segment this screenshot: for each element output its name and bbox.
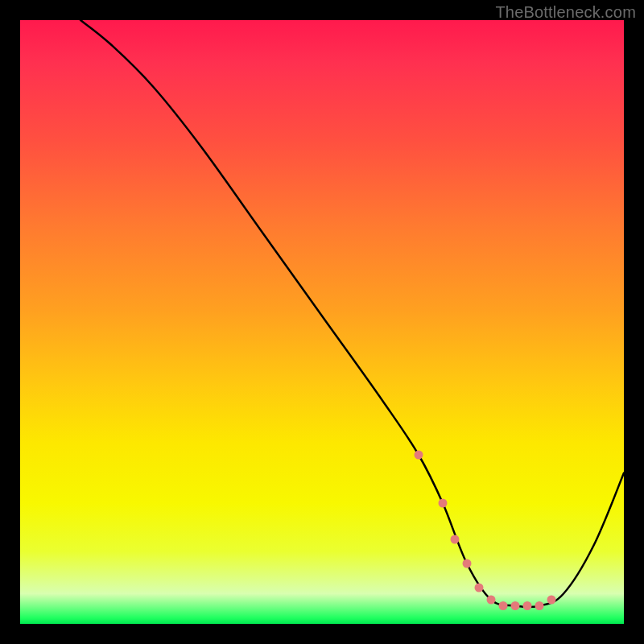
marker-dot bbox=[511, 601, 520, 610]
marker-dot bbox=[547, 596, 556, 605]
marker-dot bbox=[535, 601, 544, 610]
marker-dot bbox=[463, 559, 472, 568]
marker-dot bbox=[499, 601, 508, 610]
marker-group bbox=[415, 451, 556, 611]
watermark-text: TheBottleneck.com bbox=[495, 3, 636, 22]
marker-dot bbox=[451, 535, 460, 544]
chart-stage: TheBottleneck.com bbox=[0, 0, 644, 644]
marker-dot bbox=[475, 584, 484, 592]
plot-area bbox=[20, 20, 624, 624]
bottleneck-curve-path bbox=[80, 20, 624, 607]
curve-layer bbox=[20, 20, 624, 624]
marker-dot bbox=[415, 451, 423, 460]
marker-dot bbox=[439, 499, 448, 508]
marker-dot bbox=[523, 601, 532, 610]
marker-dot bbox=[487, 596, 496, 605]
